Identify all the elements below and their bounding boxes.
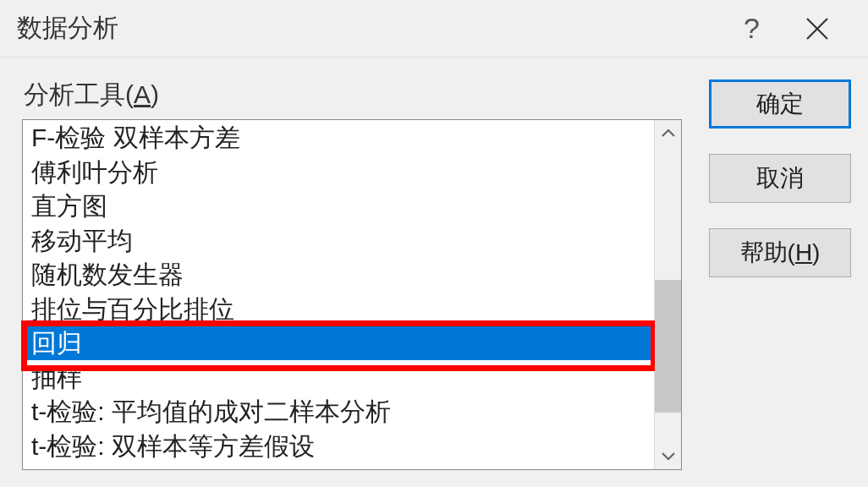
button-column: 确定 取消 帮助(H)	[682, 78, 851, 470]
help-prefix: 帮助(	[740, 237, 795, 269]
scroll-down-button[interactable]	[655, 442, 681, 469]
scroll-thumb[interactable]	[655, 280, 681, 413]
listbox-label: 分析工具(A)	[22, 78, 682, 112]
list-item[interactable]: 移动平均	[23, 223, 654, 258]
data-analysis-dialog: 数据分析 ? 分析工具(A) F-检验 双样本方差傅利叶分析直方图移动平均随机数…	[0, 0, 868, 487]
list-item[interactable]: 回归	[23, 326, 654, 360]
label-suffix: )	[151, 80, 159, 108]
analysis-tools-listbox[interactable]: F-检验 双样本方差傅利叶分析直方图移动平均随机数发生器排位与百分比排位回归抽样…	[23, 120, 654, 469]
scrollbar[interactable]	[654, 120, 681, 469]
list-item[interactable]: 随机数发生器	[23, 257, 654, 292]
scroll-up-button[interactable]	[655, 120, 681, 147]
left-column: 分析工具(A) F-检验 双样本方差傅利叶分析直方图移动平均随机数发生器排位与百…	[22, 78, 682, 470]
help-suffix: )	[812, 239, 820, 266]
dialog-title: 数据分析	[17, 11, 744, 46]
list-item[interactable]: 直方图	[23, 189, 654, 223]
dialog-body: 分析工具(A) F-检验 双样本方差傅利叶分析直方图移动平均随机数发生器排位与百…	[0, 57, 868, 487]
help-button[interactable]: 帮助(H)	[709, 228, 851, 277]
list-item[interactable]: 傅利叶分析	[23, 155, 654, 189]
list-item[interactable]: 抽样	[23, 360, 654, 395]
label-access-key: A	[134, 80, 151, 108]
close-icon[interactable]	[800, 12, 834, 46]
ok-button[interactable]: 确定	[709, 79, 851, 129]
titlebar: 数据分析 ?	[0, 0, 868, 57]
scroll-track[interactable]	[655, 147, 681, 442]
list-item[interactable]: t-检验: 平均值的成对二样本分析	[23, 394, 654, 429]
listbox-container: F-检验 双样本方差傅利叶分析直方图移动平均随机数发生器排位与百分比排位回归抽样…	[22, 119, 682, 470]
list-item[interactable]: F-检验 双样本方差	[23, 120, 654, 155]
help-icon[interactable]: ?	[744, 12, 760, 45]
help-access-key: H	[795, 239, 812, 266]
titlebar-buttons: ?	[744, 12, 858, 46]
list-item[interactable]: t-检验: 双样本等方差假设	[23, 429, 654, 463]
label-prefix: 分析工具(	[24, 80, 134, 108]
list-item[interactable]: 排位与百分比排位	[23, 292, 654, 326]
cancel-button[interactable]: 取消	[709, 154, 851, 203]
